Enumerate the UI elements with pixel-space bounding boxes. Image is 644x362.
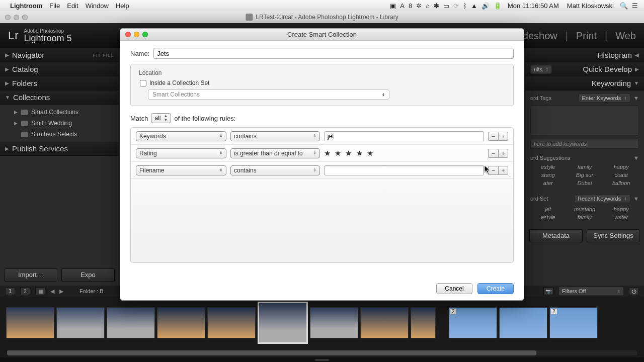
clock[interactable]: Mon 11:16:50 AM [508, 2, 559, 10]
thumbnail[interactable] [107, 307, 155, 338]
kw-sugg[interactable]: ater [530, 180, 566, 186]
scrollbar-thumb[interactable] [7, 350, 536, 355]
kwset-select[interactable]: Recent Keywords▲▼ [574, 194, 630, 203]
thumbnail[interactable]: 2 [549, 307, 598, 338]
thumbnail-selected[interactable] [258, 302, 308, 344]
export-button[interactable]: Expo [61, 268, 115, 282]
zoom-icon[interactable] [142, 32, 148, 37]
wifi-icon[interactable]: ▲ [471, 2, 477, 10]
bottom-panel-handle[interactable] [0, 357, 644, 362]
back-icon[interactable]: ◀ [50, 288, 54, 295]
rule-value-input[interactable] [324, 131, 484, 141]
battery-icon[interactable]: 🔋 [494, 2, 502, 10]
app-menu[interactable]: Lightroom [10, 2, 42, 10]
folders-header[interactable]: ▶Folders [0, 76, 119, 90]
menu-edit[interactable]: Edit [67, 2, 78, 10]
catalog-header[interactable]: ▶Catalog [0, 62, 119, 76]
kwset-item[interactable]: family [567, 214, 603, 220]
kw-sugg[interactable]: Dubai [567, 180, 603, 186]
collections-header[interactable]: ▼Collections [0, 90, 119, 105]
filter-switch-icon[interactable]: ⏻ [629, 287, 639, 295]
screenshare-icon[interactable]: ▣ [390, 2, 396, 10]
grid-icon[interactable]: ▦ [35, 287, 45, 295]
sidebar-item-smith-wedding[interactable]: ▶Smith Wedding [0, 118, 119, 129]
remove-rule-button[interactable]: – [488, 132, 498, 141]
kw-sugg[interactable]: coast [603, 172, 639, 178]
thumbnail[interactable] [157, 307, 205, 338]
kw-sugg-toggle[interactable]: ▼ [633, 155, 639, 161]
minimize-icon[interactable] [14, 15, 19, 20]
kw-tags-toggle[interactable]: ▼ [633, 95, 639, 101]
kw-sugg[interactable]: estyle [530, 164, 566, 170]
main-window-button[interactable]: 1 [5, 287, 15, 295]
thumbnail[interactable] [499, 307, 547, 338]
timemachine-icon[interactable]: ⟳ [453, 2, 459, 10]
add-rule-button[interactable]: + [498, 166, 508, 175]
adobe-icon[interactable]: A [400, 2, 405, 10]
module-print[interactable]: Print [576, 30, 597, 42]
close-icon[interactable] [125, 32, 131, 37]
thumbnail[interactable] [310, 307, 358, 338]
filter-lock-icon[interactable]: 📷 [543, 287, 553, 295]
add-rule-button[interactable]: + [498, 132, 508, 141]
import-button[interactable]: Import… [4, 268, 57, 282]
kwset-item[interactable]: water [603, 214, 639, 220]
sidebar-item-smart-collections[interactable]: ▶Smart Collections [0, 107, 119, 118]
volume-icon[interactable]: 🔊 [481, 2, 490, 10]
kw-box[interactable] [530, 106, 639, 136]
kwset-item[interactable]: estyle [530, 214, 566, 220]
collection-set-select[interactable]: Smart Collections ▲▼ [148, 89, 389, 100]
rule-op-select[interactable]: is greater than or equal to⇕ [230, 148, 320, 158]
thumbnail[interactable] [6, 307, 54, 338]
kw-sugg[interactable]: family [567, 164, 603, 170]
thumbnail[interactable] [207, 307, 256, 338]
create-button[interactable]: Create [477, 283, 514, 294]
add-rule-button[interactable]: + [498, 149, 508, 158]
kw-sugg[interactable]: Big sur [567, 172, 603, 178]
rule-attr-select[interactable]: Rating⇕ [136, 148, 226, 158]
inside-collection-checkbox[interactable] [140, 80, 146, 86]
rule-attr-select[interactable]: Filename⇕ [136, 165, 226, 175]
cancel-button[interactable]: Cancel [436, 283, 472, 294]
kwset-item[interactable]: happy [603, 206, 639, 212]
kwset-toggle[interactable]: ▼ [633, 196, 639, 202]
sync-settings-button[interactable]: Sync Settings [587, 229, 640, 242]
display-icon[interactable]: ▭ [443, 2, 449, 10]
quickdev-preset[interactable]: ults▲▼ [530, 65, 552, 74]
kwset-item[interactable]: jet [530, 206, 566, 212]
publish-header[interactable]: ▶Publish Services [0, 142, 119, 156]
thumbnail[interactable]: 2 [449, 307, 497, 338]
close-icon[interactable] [5, 15, 11, 20]
navigator-header[interactable]: ▶Navigator FIT FILL [0, 48, 119, 62]
dialog-titlebar[interactable]: Create Smart Collection [120, 29, 524, 41]
kw-sugg[interactable]: balloon [603, 180, 639, 186]
user-menu[interactable]: Matt Kloskowski [567, 2, 614, 10]
keywording-header[interactable]: Keywording▼ [525, 76, 644, 90]
match-select[interactable]: all▲▼ [151, 113, 171, 123]
remove-rule-button[interactable]: – [488, 166, 498, 175]
histogram-header[interactable]: Histogram◀ [525, 48, 644, 62]
remove-rule-button[interactable]: – [488, 149, 498, 158]
name-input[interactable] [153, 48, 514, 59]
filmstrip[interactable]: 2 2 [0, 297, 644, 349]
rule-op-select[interactable]: contains⇕ [230, 131, 320, 141]
zoom-icon[interactable] [22, 15, 28, 20]
quickdevelop-header[interactable]: ults▲▼ Quick Develop▶ [525, 62, 644, 76]
filmstrip-scrollbar[interactable] [7, 350, 637, 355]
kw-sugg[interactable]: happy [603, 164, 639, 170]
menu-window[interactable]: Window [86, 2, 109, 10]
menu-file[interactable]: File [49, 2, 60, 10]
module-slideshow[interactable]: deshow [523, 30, 557, 42]
sync-metadata-button[interactable]: Metadata [529, 229, 583, 242]
minimize-icon[interactable] [134, 32, 139, 37]
rule-attr-select[interactable]: Keywords⇕ [136, 131, 226, 141]
module-web[interactable]: Web [615, 30, 636, 42]
dropbox-icon[interactable]: ✲ [416, 2, 422, 10]
thumbnail[interactable] [56, 307, 105, 338]
home-icon[interactable]: ⌂ [426, 2, 430, 10]
rule-value-input[interactable] [324, 165, 484, 175]
sidebar-item-struthers[interactable]: ▶Struthers Selects [0, 129, 119, 140]
notification-center-icon[interactable]: ☰ [632, 2, 638, 10]
kw-sugg[interactable]: stang [530, 172, 566, 178]
second-window-button[interactable]: 2 [20, 287, 30, 295]
